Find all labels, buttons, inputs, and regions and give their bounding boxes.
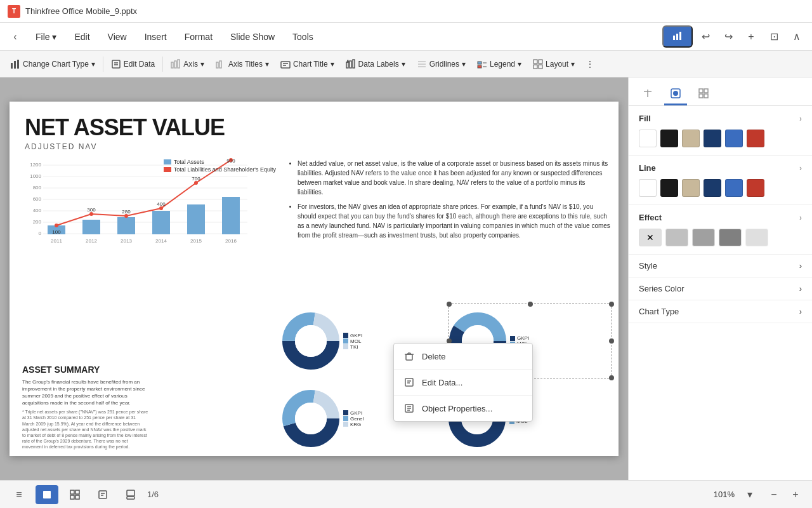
svg-text:600: 600 <box>33 196 42 202</box>
data-labels-button[interactable]: A Data Labels ▾ <box>341 56 410 72</box>
menu-insert[interactable]: Insert <box>137 28 174 46</box>
svg-point-52 <box>55 224 58 227</box>
page-indicator: 1/6 <box>147 490 159 499</box>
line-header: Line › <box>639 163 802 173</box>
legend-button[interactable]: Legend ▾ <box>472 56 527 72</box>
zoom-dropdown[interactable]: ▾ <box>738 485 761 504</box>
menu-tools[interactable]: Tools <box>285 28 321 46</box>
tab-style[interactable] <box>664 83 687 105</box>
svg-rect-19 <box>353 60 355 68</box>
line-swatch-blue[interactable] <box>725 179 743 197</box>
series-color-link[interactable]: Series Color › <box>629 277 812 300</box>
svg-rect-2 <box>679 32 681 40</box>
chart-type-label: Chart Type <box>639 307 679 316</box>
svg-point-73 <box>295 325 327 357</box>
chart-toolbar: Change Chart Type ▾ Edit Data Axis ▾ Axi… <box>0 51 812 77</box>
view-outline[interactable] <box>91 485 114 504</box>
zoom-level: 101% <box>714 490 735 499</box>
swatch-tan[interactable] <box>682 130 700 147</box>
slide-subtitle: ADJUSTED NAV <box>25 142 603 151</box>
line-swatch-darkblue[interactable] <box>704 179 721 197</box>
svg-rect-31 <box>539 65 542 69</box>
properties-icon <box>403 402 416 415</box>
svg-rect-10 <box>174 61 176 68</box>
svg-rect-48 <box>117 217 135 234</box>
chart-title-button[interactable]: Chart Title ▾ <box>275 56 339 72</box>
svg-rect-105 <box>70 490 74 494</box>
swatch-red[interactable] <box>747 130 764 147</box>
sidebar-toggle[interactable]: ≡ <box>8 485 30 504</box>
menu-view[interactable]: View <box>100 28 134 46</box>
context-menu-delete[interactable]: Delete <box>394 344 532 369</box>
svg-rect-12 <box>216 62 218 68</box>
svg-rect-5 <box>17 60 19 69</box>
effect-shadow-3[interactable] <box>719 229 742 246</box>
legend-item-2: Total Liabilities and Shareholder's Equi… <box>164 166 276 173</box>
svg-rect-103 <box>704 94 708 98</box>
chart-active-btn[interactable] <box>662 25 693 48</box>
menu-edit[interactable]: Edit <box>67 28 97 46</box>
line-swatch-red[interactable] <box>747 179 764 197</box>
zoom-in[interactable]: + <box>787 486 804 504</box>
swatch-white[interactable] <box>639 130 657 147</box>
svg-text:2016: 2016 <box>225 238 237 244</box>
swatch-darkblue[interactable] <box>704 130 721 147</box>
collapse-button[interactable]: ∧ <box>787 27 807 47</box>
view-grid[interactable] <box>63 485 86 504</box>
svg-rect-14 <box>281 62 290 68</box>
svg-text:300: 300 <box>87 207 96 213</box>
slide-area[interactable]: NET ASSET VALUE ADJUSTED NAV Total Asset… <box>0 77 628 480</box>
axis-titles-button[interactable]: Axis Titles ▾ <box>211 56 274 72</box>
context-menu: Delete Edit Data... <box>393 343 533 422</box>
add-button[interactable]: + <box>741 27 761 47</box>
menu-file[interactable]: File ▾ <box>28 28 64 46</box>
context-menu-properties[interactable]: Object Properties... <box>394 396 532 421</box>
line-swatch-white[interactable] <box>639 179 657 197</box>
effect-none[interactable]: ✕ <box>639 229 662 246</box>
svg-rect-30 <box>534 65 537 69</box>
axis-button[interactable]: Axis ▾ <box>166 56 209 72</box>
svg-text:2015: 2015 <box>190 238 202 244</box>
effect-shadow-4[interactable] <box>745 229 768 246</box>
more-button[interactable]: ⋮ <box>581 57 599 72</box>
svg-rect-6 <box>112 60 120 68</box>
view-normal[interactable] <box>36 485 58 504</box>
layout-button[interactable]: Layout ▾ <box>528 56 580 72</box>
style-link[interactable]: Style › <box>629 255 812 277</box>
redo-button[interactable]: ↪ <box>718 27 738 47</box>
effect-chevron: › <box>799 213 802 222</box>
swatch-blue[interactable] <box>725 130 743 147</box>
svg-rect-11 <box>178 60 180 68</box>
back-button[interactable]: ‹ <box>5 27 25 47</box>
legend-dot-2 <box>164 167 171 172</box>
line-section: Line › <box>629 156 812 205</box>
svg-text:200: 200 <box>33 219 42 225</box>
svg-point-80 <box>295 403 327 434</box>
legend-label-1: Total Assets <box>174 159 204 165</box>
edit-data-button[interactable]: Edit Data <box>106 56 160 72</box>
zoom-out[interactable]: − <box>765 486 783 504</box>
fill-swatches <box>639 130 802 147</box>
svg-rect-4 <box>14 61 16 69</box>
line-swatch-black[interactable] <box>660 179 678 197</box>
view-notes[interactable] <box>119 485 142 504</box>
menu-format[interactable]: Format <box>177 28 220 46</box>
effect-shadow-1[interactable] <box>665 229 688 246</box>
asset-footnote: * Triple net assets per share ("NNAV") w… <box>22 409 149 450</box>
svg-rect-112 <box>127 490 134 496</box>
line-swatch-tan[interactable] <box>682 179 700 197</box>
svg-text:800: 800 <box>33 185 42 190</box>
effect-shadow-2[interactable] <box>692 229 715 246</box>
gridlines-button[interactable]: Gridlines ▾ <box>412 56 471 72</box>
undo-button[interactable]: ↩ <box>695 27 716 47</box>
menu-slideshow[interactable]: Slide Show <box>223 28 282 46</box>
context-menu-edit-data[interactable]: Edit Data... <box>394 370 532 395</box>
fullscreen-button[interactable]: ⊡ <box>764 27 784 47</box>
chart-type-link[interactable]: Chart Type › <box>629 300 812 323</box>
tab-layout[interactable] <box>692 83 715 105</box>
change-chart-type-button[interactable]: Change Chart Type ▾ <box>5 56 100 72</box>
tab-text[interactable] <box>636 83 659 105</box>
swatch-black[interactable] <box>660 130 678 147</box>
svg-rect-84 <box>406 354 412 360</box>
svg-text:400: 400 <box>157 201 166 207</box>
